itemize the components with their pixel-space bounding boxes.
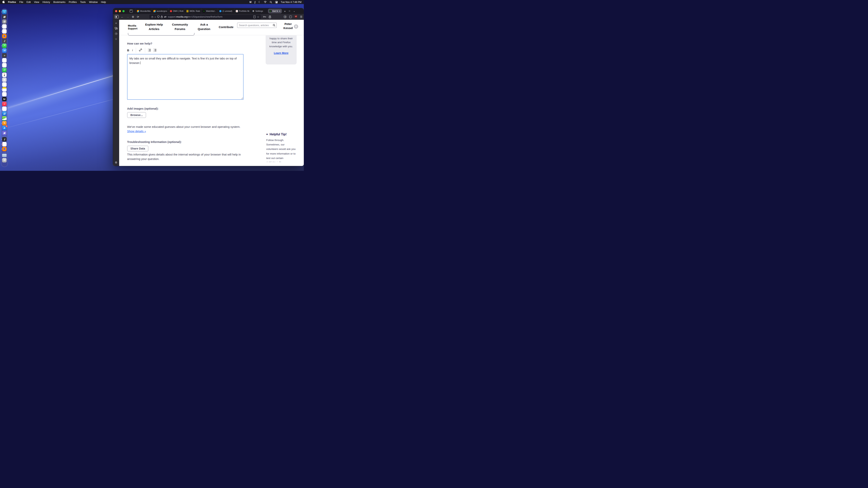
synced-tabs-devices-icon[interactable] — [115, 27, 118, 30]
dock-minimized-window[interactable] — [2, 153, 7, 158]
menu-bookmarks[interactable]: Bookmarks — [53, 1, 65, 3]
dock-icon-iphone-mirroring[interactable]: ▣ — [2, 131, 7, 135]
tab-portfolio-manager[interactable]: OPortfolio Mana — [234, 8, 251, 14]
dock-icon-firefox[interactable] — [2, 34, 7, 38]
url-text[interactable]: support.mozilla.org/en-US/questions/new/… — [168, 15, 252, 18]
address-bar[interactable]: ◷ ⌂ support.mozilla.org/en-US/questions/… — [149, 14, 261, 19]
close-window-button[interactable] — [115, 10, 117, 12]
mullvad-status-icon[interactable]: M — [250, 1, 251, 3]
bookmarks-star-icon[interactable]: ☆ — [115, 37, 117, 40]
tab-settings[interactable]: ⚙Settings — [251, 8, 267, 14]
focus-moon-icon[interactable]: ☾ — [258, 1, 261, 3]
learn-more-link[interactable]: Learn More — [274, 51, 288, 55]
menu-profiles[interactable]: Profiles — [69, 1, 77, 3]
tab-watchlist[interactable]: WWatchlist - Mar — [201, 8, 218, 14]
history-clock-icon[interactable]: ◷ — [115, 32, 117, 35]
history-clock-icon[interactable]: ◷ — [151, 15, 153, 18]
dock-icon-app-store[interactable]: A5 — [2, 126, 7, 131]
minimize-window-button[interactable] — [119, 10, 121, 12]
passwords-key-icon[interactable] — [263, 16, 266, 18]
tab-imdb[interactable]: IMDbIMDb: Ratings, — [185, 8, 201, 14]
ai-chatbot-sparkle-icon[interactable]: ✧ — [115, 22, 117, 25]
dock-icon-photos[interactable]: ✿ — [2, 63, 7, 68]
dock-icon-finder[interactable]: ☺ — [2, 10, 7, 14]
permissions-icon[interactable] — [164, 16, 166, 18]
dock-icon-textedit[interactable]: ≣ — [2, 142, 7, 147]
dock-icon-reminders[interactable]: ☰ — [2, 82, 7, 87]
dock-icon-firefox-2[interactable] — [2, 147, 7, 152]
tab-wundermap[interactable]: WunderMap® | — [135, 8, 152, 14]
tracking-shield-icon[interactable] — [157, 15, 159, 18]
sidebar-toggle-icon[interactable] — [115, 15, 118, 18]
tab-wunderground[interactable]: wunderground. — [152, 8, 168, 14]
back-icon[interactable]: ← — [121, 15, 124, 19]
user-menu-peter-kessel[interactable]: Peter Kessel — [281, 22, 295, 30]
mozilla-support-logo[interactable]: MozillaSupport — [128, 24, 137, 30]
bold-button[interactable]: B — [127, 48, 129, 52]
lock-icon[interactable] — [161, 15, 163, 18]
dock-icon-news[interactable]: N — [2, 106, 7, 111]
dock-icon-safari[interactable]: ◉ — [2, 29, 7, 34]
dock-icon-maps[interactable]: ➤ — [2, 58, 7, 63]
sidebar-settings-gear-icon[interactable]: ⚙ — [115, 161, 117, 164]
dock-icon-pages[interactable]: ✎ — [2, 121, 7, 126]
menu-edit[interactable]: Edit — [27, 1, 31, 3]
dock-icon-mail[interactable]: ✉ — [2, 48, 7, 53]
dock-icon-notes[interactable]: ▤ — [2, 87, 7, 92]
app-menu-hamburger-icon[interactable]: ☰ — [300, 15, 303, 19]
nav-community-forums[interactable]: Community Forums — [169, 22, 191, 31]
insert-link-icon[interactable] — [139, 48, 142, 52]
control-center-icon[interactable] — [275, 1, 278, 3]
dock-icon-messages[interactable]: ❞ — [2, 43, 7, 48]
reader-mode-icon[interactable]: ≡ — [253, 15, 255, 18]
dock-icon-system-settings[interactable]: ⚙ — [2, 19, 7, 24]
dock-icon-passwords[interactable]: ⚷ — [2, 137, 7, 142]
dock-icon-calculator[interactable]: ⌗ — [2, 53, 7, 58]
ublock-origin-icon[interactable]: uO — [294, 15, 297, 18]
unordered-list-icon[interactable]: ●●● — [154, 48, 156, 52]
menu-tools[interactable]: Tools — [80, 1, 86, 3]
dock-icon-contacts[interactable]: ☻ — [2, 77, 7, 82]
resize-grip[interactable] — [241, 97, 243, 99]
close-tab-icon[interactable]: ✕ — [279, 10, 281, 12]
tab-rotten-tomatoes[interactable]: DMV | Rotten T — [168, 8, 185, 14]
dock-icon-apple-tv[interactable]: tv — [2, 97, 7, 101]
dock-icon-freeform[interactable]: ∿ — [2, 92, 7, 97]
nav-contribute[interactable]: Contribute — [216, 25, 236, 29]
wifi-icon[interactable] — [264, 1, 267, 3]
search-icon[interactable] — [273, 24, 275, 27]
nav-ask-a-question[interactable]: Ask a Question — [195, 22, 213, 31]
dock-icon-facetime[interactable]: ✆ — [2, 68, 7, 72]
bitwarden-extension-icon[interactable]: B — [284, 15, 286, 18]
dock-icon-trash[interactable]: ♻ — [2, 158, 7, 163]
browse-button[interactable]: Browse... — [127, 112, 146, 118]
dock-icon-surfshark[interactable]: S — [2, 24, 7, 29]
question-textarea[interactable]: My tabs are so small they are difficult … — [127, 54, 244, 100]
dock-icon-music[interactable]: ♫ — [2, 102, 7, 106]
forward-icon[interactable]: → — [126, 15, 129, 19]
ordered-list-icon[interactable]: 123 — [148, 48, 151, 52]
menu-file[interactable]: File — [19, 1, 23, 3]
italic-button[interactable]: i — [132, 48, 133, 52]
cutoff-form-field[interactable] — [128, 33, 194, 36]
reload-icon[interactable]: ⟳ — [137, 15, 139, 19]
import-bookmarks-icon[interactable]: ☆ — [288, 10, 290, 12]
apple-menu-icon[interactable] — [2, 0, 5, 4]
menu-history[interactable]: History — [42, 1, 50, 3]
dock-icon-calendar[interactable]: Tue4 — [2, 73, 7, 77]
settings-gear-icon[interactable]: ⚙ — [132, 15, 134, 19]
dock-icon-keychain[interactable]: ⚷ — [2, 39, 7, 43]
show-details-link[interactable]: Show details » — [127, 130, 146, 133]
list-all-tabs-chevron-icon[interactable]: ⌄ — [293, 10, 295, 12]
new-tab-button[interactable]: + — [284, 9, 286, 13]
menu-view[interactable]: View — [34, 1, 39, 3]
tab-get-support-active[interactable]: ▌Get Support✕ — [268, 9, 282, 13]
search-input[interactable] — [237, 24, 273, 27]
menu-help[interactable]: Help — [101, 1, 106, 3]
dock-icon-numbers[interactable]: ▂▄▆ — [2, 116, 7, 121]
relay-extension-icon[interactable] — [269, 15, 271, 18]
spotlight-search-icon[interactable] — [270, 1, 272, 3]
avatar[interactable]: B — [294, 24, 298, 29]
dock-icon-launchpad[interactable]: ▦ — [2, 14, 7, 19]
menu-window[interactable]: Window — [89, 1, 98, 3]
